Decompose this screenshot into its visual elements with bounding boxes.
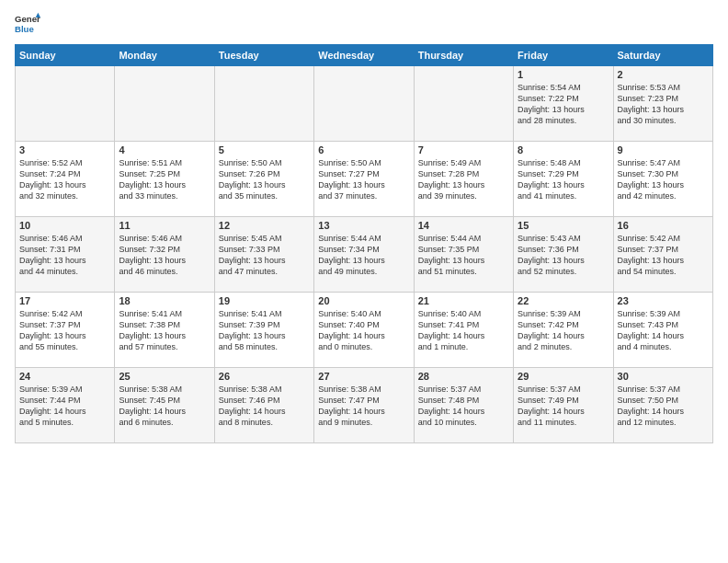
calendar-body: 1Sunrise: 5:54 AM Sunset: 7:22 PM Daylig… <box>16 66 713 443</box>
logo-icon: General Blue <box>15 11 40 37</box>
calendar-cell: 6Sunrise: 5:50 AM Sunset: 7:27 PM Daylig… <box>314 142 414 217</box>
calendar-cell: 23Sunrise: 5:39 AM Sunset: 7:43 PM Dayli… <box>613 293 712 368</box>
calendar-cell: 12Sunrise: 5:45 AM Sunset: 7:33 PM Dayli… <box>214 217 313 293</box>
day-number: 15 <box>518 220 609 231</box>
calendar-cell: 26Sunrise: 5:38 AM Sunset: 7:46 PM Dayli… <box>214 368 313 443</box>
svg-text:General: General <box>15 14 40 24</box>
day-number: 1 <box>518 69 609 80</box>
day-number: 30 <box>618 371 709 382</box>
day-number: 25 <box>119 371 210 382</box>
svg-text:Blue: Blue <box>15 24 34 34</box>
day-number: 4 <box>119 144 210 155</box>
calendar-cell: 14Sunrise: 5:44 AM Sunset: 7:35 PM Dayli… <box>414 217 513 293</box>
calendar-cell: 4Sunrise: 5:51 AM Sunset: 7:25 PM Daylig… <box>115 142 214 217</box>
day-detail: Sunrise: 5:50 AM Sunset: 7:26 PM Dayligh… <box>219 157 310 202</box>
calendar-cell: 5Sunrise: 5:50 AM Sunset: 7:26 PM Daylig… <box>214 142 313 217</box>
day-number: 12 <box>219 220 310 231</box>
calendar-cell: 17Sunrise: 5:42 AM Sunset: 7:37 PM Dayli… <box>16 293 115 368</box>
day-detail: Sunrise: 5:42 AM Sunset: 7:37 PM Dayligh… <box>618 233 709 278</box>
calendar-cell: 1Sunrise: 5:54 AM Sunset: 7:22 PM Daylig… <box>514 66 613 142</box>
day-number: 20 <box>318 295 409 306</box>
day-detail: Sunrise: 5:43 AM Sunset: 7:36 PM Dayligh… <box>518 233 609 278</box>
weekday-header-monday: Monday <box>115 45 214 66</box>
day-number: 17 <box>19 295 110 306</box>
calendar-cell: 24Sunrise: 5:39 AM Sunset: 7:44 PM Dayli… <box>16 368 115 443</box>
day-number: 19 <box>219 295 310 306</box>
logo: General Blue <box>15 11 40 37</box>
calendar-cell: 28Sunrise: 5:37 AM Sunset: 7:48 PM Dayli… <box>414 368 513 443</box>
calendar-cell: 11Sunrise: 5:46 AM Sunset: 7:32 PM Dayli… <box>115 217 214 293</box>
header: General Blue <box>15 11 713 37</box>
calendar-cell <box>314 66 414 142</box>
day-detail: Sunrise: 5:39 AM Sunset: 7:42 PM Dayligh… <box>518 308 609 353</box>
calendar-cell: 19Sunrise: 5:41 AM Sunset: 7:39 PM Dayli… <box>214 293 313 368</box>
weekday-header-friday: Friday <box>514 45 613 66</box>
day-detail: Sunrise: 5:49 AM Sunset: 7:28 PM Dayligh… <box>418 157 509 202</box>
weekday-header-tuesday: Tuesday <box>214 45 313 66</box>
day-detail: Sunrise: 5:44 AM Sunset: 7:34 PM Dayligh… <box>318 233 409 278</box>
week-row-4: 17Sunrise: 5:42 AM Sunset: 7:37 PM Dayli… <box>16 293 713 368</box>
calendar-cell <box>414 66 513 142</box>
day-detail: Sunrise: 5:44 AM Sunset: 7:35 PM Dayligh… <box>418 233 509 278</box>
day-detail: Sunrise: 5:50 AM Sunset: 7:27 PM Dayligh… <box>318 157 409 202</box>
calendar-cell: 16Sunrise: 5:42 AM Sunset: 7:37 PM Dayli… <box>613 217 712 293</box>
calendar-table: SundayMondayTuesdayWednesdayThursdayFrid… <box>15 44 713 443</box>
day-detail: Sunrise: 5:40 AM Sunset: 7:41 PM Dayligh… <box>418 308 509 353</box>
day-number: 29 <box>518 371 609 382</box>
day-number: 11 <box>119 220 210 231</box>
day-detail: Sunrise: 5:47 AM Sunset: 7:30 PM Dayligh… <box>618 157 709 202</box>
day-detail: Sunrise: 5:48 AM Sunset: 7:29 PM Dayligh… <box>518 157 609 202</box>
day-number: 22 <box>518 295 609 306</box>
calendar-container: General Blue SundayMondayTuesdayWednesda… <box>0 0 728 563</box>
weekday-header-sunday: Sunday <box>16 45 115 66</box>
week-row-1: 1Sunrise: 5:54 AM Sunset: 7:22 PM Daylig… <box>16 66 713 142</box>
calendar-cell: 29Sunrise: 5:37 AM Sunset: 7:49 PM Dayli… <box>514 368 613 443</box>
calendar-cell: 18Sunrise: 5:41 AM Sunset: 7:38 PM Dayli… <box>115 293 214 368</box>
week-row-2: 3Sunrise: 5:52 AM Sunset: 7:24 PM Daylig… <box>16 142 713 217</box>
day-number: 27 <box>318 371 409 382</box>
day-number: 5 <box>219 144 310 155</box>
calendar-cell: 30Sunrise: 5:37 AM Sunset: 7:50 PM Dayli… <box>613 368 712 443</box>
calendar-cell: 9Sunrise: 5:47 AM Sunset: 7:30 PM Daylig… <box>613 142 712 217</box>
day-number: 10 <box>19 220 110 231</box>
day-detail: Sunrise: 5:38 AM Sunset: 7:45 PM Dayligh… <box>119 384 210 429</box>
day-detail: Sunrise: 5:37 AM Sunset: 7:48 PM Dayligh… <box>418 384 509 429</box>
weekday-header-thursday: Thursday <box>414 45 513 66</box>
week-row-3: 10Sunrise: 5:46 AM Sunset: 7:31 PM Dayli… <box>16 217 713 293</box>
calendar-cell <box>115 66 214 142</box>
day-detail: Sunrise: 5:41 AM Sunset: 7:39 PM Dayligh… <box>219 308 310 353</box>
calendar-cell: 8Sunrise: 5:48 AM Sunset: 7:29 PM Daylig… <box>514 142 613 217</box>
day-number: 28 <box>418 371 509 382</box>
day-detail: Sunrise: 5:37 AM Sunset: 7:50 PM Dayligh… <box>618 384 709 429</box>
day-detail: Sunrise: 5:53 AM Sunset: 7:23 PM Dayligh… <box>618 82 709 127</box>
calendar-cell: 10Sunrise: 5:46 AM Sunset: 7:31 PM Dayli… <box>16 217 115 293</box>
calendar-header: SundayMondayTuesdayWednesdayThursdayFrid… <box>16 45 713 66</box>
calendar-cell: 13Sunrise: 5:44 AM Sunset: 7:34 PM Dayli… <box>314 217 414 293</box>
calendar-cell: 3Sunrise: 5:52 AM Sunset: 7:24 PM Daylig… <box>16 142 115 217</box>
day-number: 9 <box>618 144 709 155</box>
day-number: 13 <box>318 220 409 231</box>
day-detail: Sunrise: 5:38 AM Sunset: 7:46 PM Dayligh… <box>219 384 310 429</box>
day-detail: Sunrise: 5:37 AM Sunset: 7:49 PM Dayligh… <box>518 384 609 429</box>
calendar-cell: 20Sunrise: 5:40 AM Sunset: 7:40 PM Dayli… <box>314 293 414 368</box>
day-detail: Sunrise: 5:40 AM Sunset: 7:40 PM Dayligh… <box>318 308 409 353</box>
day-number: 23 <box>618 295 709 306</box>
calendar-cell: 2Sunrise: 5:53 AM Sunset: 7:23 PM Daylig… <box>613 66 712 142</box>
day-number: 26 <box>219 371 310 382</box>
day-number: 2 <box>618 69 709 80</box>
weekday-row: SundayMondayTuesdayWednesdayThursdayFrid… <box>16 45 713 66</box>
day-detail: Sunrise: 5:39 AM Sunset: 7:43 PM Dayligh… <box>618 308 709 353</box>
day-number: 24 <box>19 371 110 382</box>
weekday-header-saturday: Saturday <box>613 45 712 66</box>
calendar-cell: 7Sunrise: 5:49 AM Sunset: 7:28 PM Daylig… <box>414 142 513 217</box>
calendar-cell <box>16 66 115 142</box>
day-number: 6 <box>318 144 409 155</box>
day-detail: Sunrise: 5:54 AM Sunset: 7:22 PM Dayligh… <box>518 82 609 127</box>
day-number: 14 <box>418 220 509 231</box>
week-row-5: 24Sunrise: 5:39 AM Sunset: 7:44 PM Dayli… <box>16 368 713 443</box>
calendar-cell: 15Sunrise: 5:43 AM Sunset: 7:36 PM Dayli… <box>514 217 613 293</box>
day-detail: Sunrise: 5:38 AM Sunset: 7:47 PM Dayligh… <box>318 384 409 429</box>
day-detail: Sunrise: 5:52 AM Sunset: 7:24 PM Dayligh… <box>19 157 110 202</box>
day-number: 21 <box>418 295 509 306</box>
calendar-cell: 21Sunrise: 5:40 AM Sunset: 7:41 PM Dayli… <box>414 293 513 368</box>
